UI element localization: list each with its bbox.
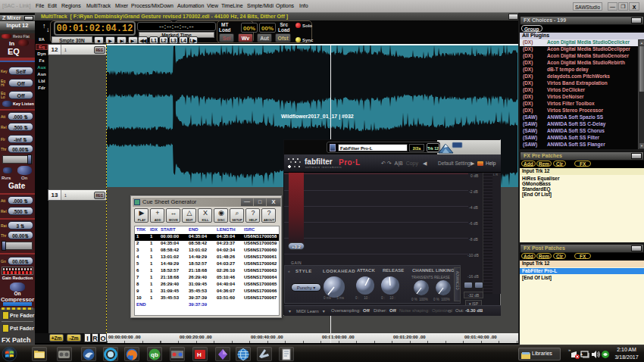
- svg-text:qb: qb: [151, 351, 158, 358]
- svg-text:H: H: [197, 351, 202, 358]
